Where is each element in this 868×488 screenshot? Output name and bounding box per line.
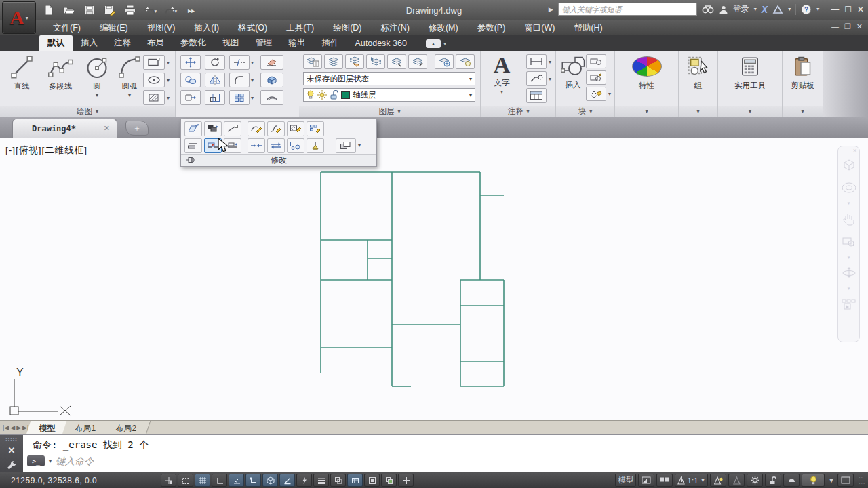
leader-tool-button[interactable] xyxy=(526,71,547,86)
menu-item-8[interactable]: 修改(M) xyxy=(419,20,468,36)
isolate-objects-button[interactable] xyxy=(783,474,800,487)
redo-icon[interactable]: ▾ xyxy=(164,3,178,17)
layers-panel-title[interactable]: 图层▾ xyxy=(299,106,480,117)
help-icon[interactable]: ? xyxy=(801,4,812,15)
menu-item-2[interactable]: 视图(V) xyxy=(138,20,185,36)
steering-wheel-icon[interactable] xyxy=(838,176,859,199)
line-tool-button[interactable]: 直线 xyxy=(4,51,39,98)
close-button[interactable]: ✕ xyxy=(857,5,864,14)
menu-item-9[interactable]: 参数(P) xyxy=(468,20,515,36)
doc-close-button[interactable]: ✕ xyxy=(856,22,863,31)
showmotion-icon[interactable] xyxy=(838,293,859,316)
ribbon-tab-3[interactable]: 布局 xyxy=(139,35,172,51)
move-tool-button[interactable] xyxy=(180,55,201,70)
doc-restore-button[interactable]: ❐ xyxy=(844,22,851,31)
sign-in-button[interactable]: 登录 xyxy=(733,3,749,15)
command-window-handle[interactable]: •••••••••• ✕ xyxy=(0,435,23,473)
auto-annotation-scale-button[interactable] xyxy=(728,474,745,487)
menu-item-6[interactable]: 绘图(D) xyxy=(323,20,371,36)
command-close-icon[interactable]: ✕ xyxy=(8,445,16,455)
polar-tracking-toggle[interactable] xyxy=(229,474,244,487)
menu-item-10[interactable]: 窗口(W) xyxy=(515,20,564,36)
file-tab-drawing4[interactable]: Drawing4* ✕ xyxy=(12,119,117,138)
hatch-tool-button[interactable] xyxy=(143,90,165,105)
chevron-down-icon[interactable]: ▾ xyxy=(608,91,611,97)
minimize-button[interactable]: — xyxy=(831,5,839,14)
menu-item-3[interactable]: 插入(I) xyxy=(184,20,229,36)
ribbon-tab-8[interactable]: 插件 xyxy=(314,35,347,51)
layer-unisolate-icon[interactable] xyxy=(408,54,427,69)
mirror-tool-button[interactable] xyxy=(205,73,225,87)
chevron-down-icon[interactable]: ▾ xyxy=(838,199,859,207)
infer-constraints-toggle[interactable] xyxy=(161,474,176,487)
plot-icon[interactable] xyxy=(123,3,137,17)
chevron-down-icon[interactable]: ▾ xyxy=(838,253,859,262)
navbar-close-icon[interactable]: ✕ xyxy=(852,148,857,154)
ribbon-tab-4[interactable]: 参数化 xyxy=(172,35,214,51)
break-shorten-button[interactable] xyxy=(248,138,265,153)
dimension-tool-button[interactable] xyxy=(526,54,547,69)
scale-tool-button[interactable] xyxy=(205,90,225,105)
edit-block-button[interactable] xyxy=(586,70,606,85)
circle-tool-button[interactable]: 圆 ▾ xyxy=(81,51,113,98)
reverse-button[interactable] xyxy=(267,138,285,153)
chevron-down-icon[interactable]: ▾ xyxy=(167,95,170,101)
drag-grip-icon[interactable]: •••••••••• xyxy=(5,437,17,441)
group-panel-expand[interactable]: ▾ xyxy=(679,106,717,117)
menu-item-5[interactable]: 工具(T) xyxy=(277,20,323,36)
lengthen-button[interactable] xyxy=(224,121,241,136)
chevron-down-icon[interactable]: ▾ xyxy=(549,59,551,65)
set-base-point-button[interactable] xyxy=(184,121,202,136)
edit-attributes-button[interactable] xyxy=(586,87,606,101)
chevron-down-icon[interactable]: ▾ xyxy=(358,142,361,148)
layer-select-dropdown[interactable]: 轴线层 ▾ xyxy=(303,88,475,102)
exchange-apps-icon[interactable]: X xyxy=(762,4,768,15)
edit-array-button[interactable] xyxy=(307,121,324,136)
ribbon-tab-1[interactable]: 插入 xyxy=(73,35,106,51)
menu-item-4[interactable]: 格式(O) xyxy=(229,20,277,36)
block-panel-title[interactable]: 块▾ xyxy=(556,106,614,117)
save-icon[interactable] xyxy=(83,3,96,17)
navigation-bar[interactable]: ✕ ▾ ▾ ▾ xyxy=(837,146,860,342)
array-tool-button[interactable] xyxy=(229,90,250,105)
ribbon-tab-5[interactable]: 视图 xyxy=(214,35,248,51)
insert-block-button[interactable]: 插入 xyxy=(557,51,589,90)
viewcube-icon[interactable] xyxy=(838,153,859,176)
ribbon-tab-2[interactable]: 注释 xyxy=(106,35,139,51)
arc-tool-button[interactable]: 圆弧 ▾ xyxy=(113,51,146,98)
utilities-panel[interactable]: 实用工具 ▾ xyxy=(718,51,783,117)
maximize-button[interactable]: ☐ xyxy=(844,5,852,14)
dynamic-ucs-toggle[interactable] xyxy=(279,474,295,487)
properties-panel-expand[interactable]: ▾ xyxy=(615,106,678,117)
create-block-button[interactable] xyxy=(586,54,606,68)
draw-panel-title[interactable]: 绘图▾ xyxy=(0,106,175,117)
menu-item-11[interactable]: 帮助(H) xyxy=(564,20,612,36)
chevron-down-icon[interactable]: ▾ xyxy=(167,77,170,83)
drawing-canvas[interactable]: [-][俯视][二维线框] Y ✕ ▾ ▾ ▾ xyxy=(0,138,868,420)
erase-tool-button[interactable] xyxy=(260,55,283,70)
autodesk360-icon[interactable] xyxy=(772,5,783,14)
chevron-down-icon[interactable]: ▾ xyxy=(788,6,791,12)
save-as-icon[interactable] xyxy=(103,3,117,17)
chevron-down-icon[interactable]: ▾ xyxy=(49,458,52,464)
chevron-down-icon[interactable]: ▼ xyxy=(827,477,835,484)
search-binoculars-icon[interactable] xyxy=(702,5,714,14)
layer-off-icon[interactable] xyxy=(456,54,475,69)
utilities-panel-expand[interactable]: ▾ xyxy=(718,106,782,117)
transparency-toggle[interactable] xyxy=(330,474,346,487)
more-tools-icon[interactable]: ▸▸ xyxy=(184,3,198,17)
text-tool-button[interactable]: A 文字 ▾ xyxy=(484,51,519,95)
ortho-mode-toggle[interactable] xyxy=(212,474,227,487)
clipboard-panel-expand[interactable]: ▾ xyxy=(783,106,823,117)
hardware-acceleration-button[interactable] xyxy=(802,474,825,487)
copy-tool-button[interactable] xyxy=(180,73,201,87)
ribbon-tab-7[interactable]: 输出 xyxy=(281,35,314,51)
zoom-icon[interactable] xyxy=(838,230,859,253)
next-tab-icon[interactable]: ▶ xyxy=(16,424,21,431)
orbit-icon[interactable] xyxy=(838,262,859,285)
delete-duplicates-button[interactable] xyxy=(307,138,324,153)
doc-minimize-button[interactable]: — xyxy=(831,22,839,31)
chevron-down-icon[interactable]: ▾ xyxy=(251,60,254,66)
grid-display-toggle[interactable] xyxy=(195,474,210,487)
command-input[interactable] xyxy=(56,455,841,466)
